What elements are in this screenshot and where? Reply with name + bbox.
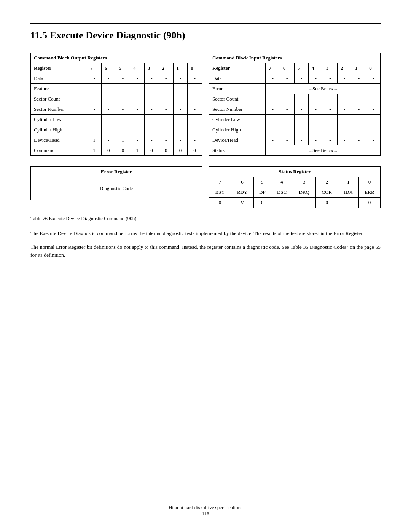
input-bit-cell: - [294,104,309,115]
status-value-cell: - [271,198,293,208]
bottom-tables-row: Error Register Diagnostic Code Status Re… [30,166,381,208]
input-register-name: Sector Count [209,94,266,104]
input-bit-cell: - [337,115,352,125]
input-register-name: Sector Number [209,104,266,115]
footer-text: Hitachi hard disk drive specifications [169,505,242,510]
input-bit-cell: - [294,94,309,104]
input-bit-cell: - [366,125,381,135]
output-bit-cell: - [116,115,130,125]
input-bit-cell: - [294,73,309,84]
input-bit-cell: - [352,94,366,104]
main-tables-row: Command Block Output Registers Register … [30,53,381,156]
output-table-row: Cylinder Low-------- [31,115,202,125]
output-bit-cell: - [188,94,202,104]
output-bit-cell: - [188,115,202,125]
output-bit-cell: - [145,73,159,84]
output-table-header: Command Block Output Registers [31,53,202,63]
input-bit-cell: - [366,94,381,104]
input-col-1: 1 [352,63,366,73]
output-register-name: Sector Number [31,104,87,115]
input-bit-cell: - [337,104,352,115]
status-label-cell: DSC [271,187,293,198]
output-bit-cell: - [87,125,102,135]
input-bit-cell: - [323,94,338,104]
input-bit-cell: - [337,125,352,135]
output-bit-cell: 1 [87,135,102,145]
output-bit-cell: - [173,104,188,115]
input-bit-cell: - [280,73,294,84]
status-value-cell: 0 [209,198,231,208]
output-bit-cell: - [145,135,159,145]
output-bit-cell: - [116,104,130,115]
output-bit-cell: - [116,125,130,135]
output-bit-cell: - [130,125,145,135]
input-register-name: Cylinder High [209,125,266,135]
output-col-register: Register [31,63,87,73]
output-bit-cell: - [159,84,173,94]
output-bit-cell: - [173,135,188,145]
status-value-cell: 2 [315,177,338,187]
output-table-row: Device/Head1-1----- [31,135,202,145]
output-register-name: Feature [31,84,87,94]
output-bit-cell: - [101,135,116,145]
output-table-row: Feature-------- [31,84,202,94]
output-register-name: Cylinder High [31,125,87,135]
input-bit-cell: - [323,125,338,135]
input-table-row: Status...See Below... [209,145,381,156]
output-bit-cell: 0 [173,145,188,156]
output-bit-cell: - [145,94,159,104]
status-value-cell: 5 [254,177,271,187]
output-bit-cell: - [130,104,145,115]
output-bit-cell: - [173,73,188,84]
status-label-cell: DRQ [293,187,315,198]
output-bit-cell: - [173,84,188,94]
page-number: 116 [0,511,411,517]
status-value-cell: 7 [209,177,231,187]
output-register-name: Data [31,73,87,84]
output-bit-cell: - [87,115,102,125]
input-bit-cell: - [266,73,280,84]
input-bit-cell: - [309,73,323,84]
output-bit-cell: - [130,94,145,104]
output-bit-cell: - [130,115,145,125]
input-bit-cell: - [266,135,280,145]
input-bit-cell: - [366,135,381,145]
output-bit-cell: - [101,94,116,104]
input-register-name: Device/Head [209,135,266,145]
input-bit-cell: - [309,94,323,104]
output-col-5: 5 [116,63,130,73]
output-bit-cell: - [188,135,202,145]
output-bit-cell: - [101,84,116,94]
input-table-row: Cylinder High-------- [209,125,381,135]
status-value-cell: 1 [338,177,358,187]
output-bit-cell: - [159,135,173,145]
input-col-6: 6 [280,63,294,73]
input-bit-cell: - [366,104,381,115]
status-table-row: BSYRDYDFDSCDRQCORIDXERR [209,187,381,198]
status-label-cell: BSY [209,187,231,198]
status-value-cell: V [231,198,254,208]
output-bit-cell: - [87,104,102,115]
input-bit-cell: - [309,135,323,145]
input-table-row: Device/Head-------- [209,135,381,145]
input-table-row: Data-------- [209,73,381,84]
output-bit-cell: 0 [145,145,159,156]
output-register-name: Device/Head [31,135,87,145]
input-bit-cell: - [323,115,338,125]
output-col-6: 6 [101,63,116,73]
section-title: 11.5 Execute Device Diagnostic (90h) [30,23,381,41]
status-table-header: Status Register [209,167,381,177]
input-bit-cell: - [352,125,366,135]
input-bit-cell: - [323,73,338,84]
output-bit-cell: 1 [87,145,102,156]
output-bit-cell: - [87,73,102,84]
output-col-4: 4 [130,63,145,73]
input-bit-cell: - [280,125,294,135]
output-bit-cell: - [145,115,159,125]
output-bit-cell: - [188,125,202,135]
input-bit-cell: - [352,73,366,84]
input-bit-cell: - [366,73,381,84]
input-col-0: 0 [366,63,381,73]
input-bit-cell: - [323,135,338,145]
output-bit-cell: - [159,94,173,104]
